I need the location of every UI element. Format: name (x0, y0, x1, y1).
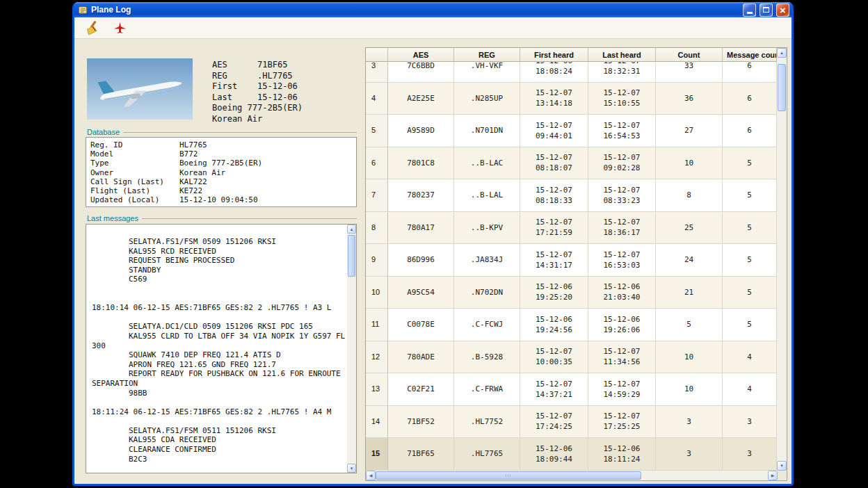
table-row[interactable]: 7780237..B-LAL15-12-07 08:18:3315-12-07 … (366, 179, 777, 212)
row-number-cell[interactable]: 3 (366, 62, 388, 83)
minimize-button[interactable] (743, 3, 756, 17)
scroll-up-icon[interactable] (347, 225, 356, 234)
last-heard-cell[interactable]: 15-12-06 19:26:06 (588, 309, 656, 341)
first-heard-cell[interactable]: 15-12-06 18:08:24 (520, 62, 588, 83)
table-row[interactable]: 12780ADE.B-592815-12-07 10:00:3515-12-07… (366, 341, 777, 374)
row-number-cell[interactable]: 4 (366, 83, 388, 115)
reg-cell[interactable]: .C-FRWA (454, 373, 520, 406)
reg-cell[interactable]: .C-FCWJ (454, 309, 520, 341)
table-hscrollbar[interactable] (366, 471, 778, 480)
message-count-cell[interactable]: 5 (723, 277, 777, 309)
scroll-down-icon[interactable] (777, 461, 787, 471)
count-cell[interactable]: 24 (656, 244, 723, 277)
last-heard-cell[interactable]: 15-12-07 09:02:28 (588, 147, 656, 180)
message-count-cell[interactable]: 3 (723, 406, 777, 439)
aes-cell[interactable]: A2E25E (388, 83, 454, 115)
row-number-header[interactable] (366, 48, 388, 62)
first-heard-cell[interactable]: 15-12-07 14:31:17 (520, 244, 588, 277)
last-heard-cell[interactable]: 15-12-07 08:33:23 (588, 179, 656, 212)
message-count-cell[interactable]: 6 (723, 115, 777, 147)
reg-cell[interactable]: .VH-VKF (454, 62, 520, 83)
message-count-cell[interactable]: 4 (723, 341, 777, 374)
reg-cell[interactable]: .N701DN (454, 115, 520, 147)
count-cell[interactable]: 3 (656, 438, 723, 471)
message-count-cell[interactable]: 5 (723, 309, 777, 341)
table-row[interactable]: 67801C8..B-LAC15-12-07 08:18:0715-12-07 … (366, 147, 777, 180)
messages-scrollbar[interactable] (347, 225, 356, 473)
last-heard-cell[interactable]: 15-12-07 16:54:53 (588, 115, 656, 147)
count-cell[interactable]: 10 (656, 147, 723, 180)
table-row[interactable]: 1471BF52.HL775215-12-07 17:24:2515-12-07… (366, 406, 777, 439)
first-heard-cell[interactable]: 15-12-06 19:24:56 (520, 309, 588, 341)
scrollbar-thumb[interactable] (376, 471, 641, 480)
last-heard-cell[interactable]: 15-12-07 16:53:03 (588, 244, 656, 277)
table-row[interactable]: 37C6BBD.VH-VKF15-12-06 18:08:2415-12-07 … (366, 62, 777, 83)
count-cell[interactable]: 36 (656, 83, 723, 115)
scroll-left-icon[interactable] (366, 471, 376, 480)
aes-cell[interactable]: C0078E (388, 309, 454, 341)
last-heard-cell[interactable]: 15-12-07 11:34:56 (588, 341, 656, 374)
last-heard-cell[interactable]: 15-12-06 21:03:40 (588, 277, 656, 309)
row-number-cell[interactable]: 8 (366, 212, 388, 245)
first-heard-cell[interactable]: 15-12-07 08:18:07 (520, 147, 588, 180)
reg-cell[interactable]: .N285UP (454, 83, 520, 115)
reg-cell[interactable]: ..B-LAC (454, 147, 520, 180)
message-count-cell[interactable]: 5 (723, 244, 777, 277)
last-heard-cell[interactable]: 15-12-07 14:59:29 (588, 373, 656, 406)
aes-cell[interactable]: C02F21 (388, 373, 454, 406)
reg-cell[interactable]: .JA834J (454, 244, 520, 277)
last-heard-cell[interactable]: 15-12-07 17:25:25 (588, 406, 656, 439)
first-heard-cell[interactable]: 15-12-07 13:14:18 (520, 83, 588, 115)
column-header[interactable]: First heard (520, 48, 588, 62)
table-row[interactable]: 4A2E25E.N285UP15-12-07 13:14:1815-12-07 … (366, 83, 777, 115)
message-count-cell[interactable]: 6 (723, 62, 777, 83)
first-heard-cell[interactable]: 15-12-07 17:21:59 (520, 212, 588, 245)
count-cell[interactable]: 3 (656, 406, 723, 439)
row-number-cell[interactable]: 13 (366, 373, 388, 406)
aes-cell[interactable]: 780ADE (388, 341, 454, 374)
message-count-cell[interactable]: 3 (723, 438, 777, 471)
titlebar[interactable]: Plane Log (74, 2, 791, 17)
column-header[interactable]: AES (388, 48, 454, 62)
reg-cell[interactable]: .HL7765 (454, 438, 520, 471)
count-cell[interactable]: 10 (656, 373, 723, 406)
aes-cell[interactable]: A9589D (388, 115, 454, 147)
row-number-cell[interactable]: 7 (366, 179, 388, 212)
count-cell[interactable]: 33 (656, 62, 723, 83)
reg-cell[interactable]: ..B-KPV (454, 212, 520, 245)
scrollbar-thumb[interactable] (348, 235, 355, 277)
message-count-cell[interactable]: 5 (723, 147, 777, 180)
reg-cell[interactable]: .N702DN (454, 277, 520, 309)
column-header[interactable]: REG (454, 48, 520, 62)
last-heard-cell[interactable]: 15-12-07 15:10:55 (588, 83, 656, 115)
count-cell[interactable]: 5 (656, 309, 723, 341)
column-header[interactable]: Message count (723, 48, 777, 62)
first-heard-cell[interactable]: 15-12-07 17:24:25 (520, 406, 588, 439)
aes-cell[interactable]: 71BF52 (388, 406, 454, 439)
table-vscrollbar[interactable] (777, 48, 787, 471)
aes-cell[interactable]: 7C6BBD (388, 62, 454, 83)
table-row[interactable]: 5A9589D.N701DN15-12-07 09:44:0115-12-07 … (366, 115, 777, 147)
row-number-cell[interactable]: 11 (366, 309, 388, 341)
scroll-right-icon[interactable] (768, 471, 778, 480)
count-cell[interactable]: 27 (656, 115, 723, 147)
row-number-cell[interactable]: 12 (366, 341, 388, 374)
first-heard-cell[interactable]: 15-12-07 14:37:21 (520, 373, 588, 406)
message-count-cell[interactable]: 4 (723, 373, 777, 406)
row-number-cell[interactable]: 9 (366, 244, 388, 277)
count-cell[interactable]: 8 (656, 179, 723, 212)
maximize-button[interactable] (760, 3, 773, 17)
messages-text[interactable]: SELATYA.FS1/FSM 0509 151206 RKSI KAL955 … (86, 225, 347, 473)
message-count-cell[interactable]: 5 (723, 179, 777, 212)
scrollbar-thumb[interactable] (778, 64, 786, 111)
first-heard-cell[interactable]: 15-12-07 10:00:35 (520, 341, 588, 374)
count-cell[interactable]: 21 (656, 277, 723, 309)
table-row[interactable]: 8780A17..B-KPV15-12-07 17:21:5915-12-07 … (366, 212, 777, 245)
reg-cell[interactable]: .HL7752 (454, 406, 520, 439)
reg-cell[interactable]: ..B-LAL (454, 179, 520, 212)
table-row[interactable]: 1571BF65.HL776515-12-06 18:09:4415-12-06… (366, 438, 777, 471)
reg-cell[interactable]: .B-5928 (454, 341, 520, 374)
last-heard-cell[interactable]: 15-12-07 18:36:17 (588, 212, 656, 245)
first-heard-cell[interactable]: 15-12-07 08:18:33 (520, 179, 588, 212)
table-row[interactable]: 986D996.JA834J15-12-07 14:31:1715-12-07 … (366, 244, 777, 277)
